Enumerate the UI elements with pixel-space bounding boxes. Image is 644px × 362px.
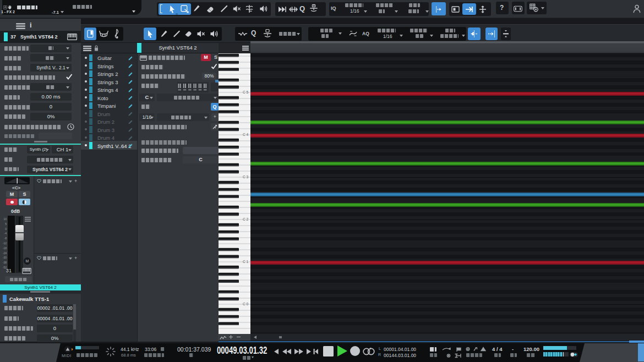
svg-text:A: A bbox=[4, 6, 7, 9]
svg-text:C 4: C 4 bbox=[243, 133, 249, 136]
svg-text:C 2: C 2 bbox=[243, 217, 249, 221]
svg-text:C 1: C 1 bbox=[243, 260, 249, 264]
svg-text:C 5: C 5 bbox=[243, 90, 249, 94]
svg-text:C 0: C 0 bbox=[243, 302, 249, 306]
svg-text:C 3: C 3 bbox=[243, 175, 249, 179]
